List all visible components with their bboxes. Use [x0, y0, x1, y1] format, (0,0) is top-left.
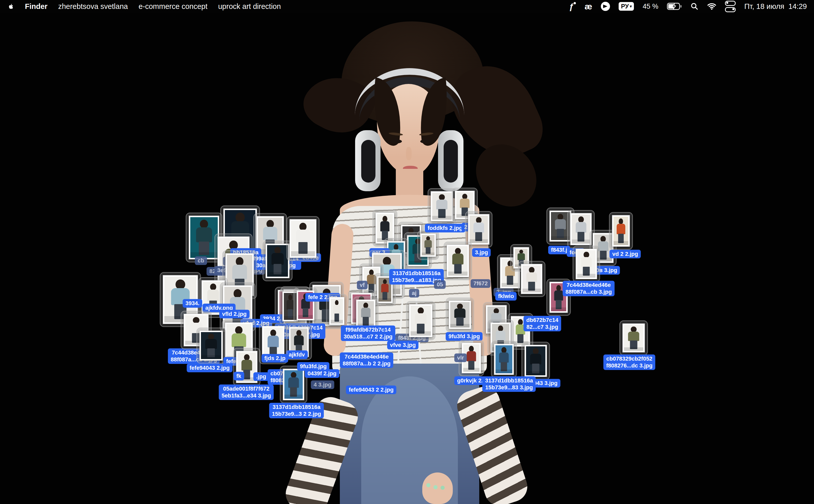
person-legs: [273, 264, 281, 274]
person-legs: [207, 348, 215, 357]
person-head: [266, 220, 274, 228]
control-center-icon[interactable]: [725, 1, 736, 12]
person-legs: [556, 300, 562, 309]
telegram-icon[interactable]: [601, 2, 610, 11]
thumbnail-photo: [450, 302, 470, 328]
person-torso: [267, 336, 279, 348]
file-icon[interactable]: [406, 301, 436, 340]
desktop: cb9cb8276...adbb18516a3e983 2.jpgpgf99af…: [0, 0, 814, 504]
battery-charging-icon[interactable]: [667, 3, 682, 10]
file-label[interactable]: db672b7c14 82...c7 3.jpg: [524, 316, 561, 331]
file-icon[interactable]: [326, 294, 347, 328]
file-label[interactable]: fefe94043 2.jpg: [187, 364, 232, 372]
thumbnail-photo: [411, 306, 431, 336]
person-torso: [196, 227, 212, 242]
file-label[interactable]: vf: [357, 281, 367, 289]
person-legs: [290, 387, 297, 397]
file-label[interactable]: fk: [233, 372, 244, 380]
menu-item-3[interactable]: uprock art direction: [218, 2, 281, 11]
menu-item-1[interactable]: zherebtsova svetlana: [58, 2, 128, 11]
file-label[interactable]: foddkfs 2.jpg: [425, 224, 465, 232]
squiggle-app-icon[interactable]: ƒ: [569, 2, 576, 11]
file-label[interactable]: .jpg: [253, 372, 269, 381]
file-label[interactable]: 7f672: [471, 279, 491, 288]
person-head: [296, 330, 301, 336]
person-head: [193, 317, 199, 323]
person-head: [208, 334, 214, 339]
file-label[interactable]: 05ade001f8f7f672 5eb1fa3...e34 3.jpg: [219, 384, 274, 400]
file-label[interactable]: 9fu3fd.jpg: [297, 362, 329, 371]
person-head: [601, 236, 606, 242]
file-icon[interactable]: [518, 261, 545, 297]
file-icon[interactable]: [573, 246, 600, 282]
menu-item-2[interactable]: e-commerce concept: [139, 2, 207, 11]
person-head: [462, 194, 467, 199]
menu-bar-clock[interactable]: Пт, 18 июля 14:29: [744, 2, 807, 11]
person-legs: [334, 314, 339, 322]
file-icon[interactable]: [196, 328, 226, 364]
spotlight-search-icon[interactable]: [690, 2, 699, 10]
file-icon[interactable]: [522, 342, 550, 380]
file-label[interactable]: vfve 3.jpg: [387, 341, 419, 349]
person-torso: [294, 335, 304, 345]
file-label[interactable]: 3934.: [183, 299, 202, 308]
file-label[interactable]: vlr: [454, 353, 467, 362]
file-label[interactable]: vd 2 2.jpg: [610, 250, 641, 258]
file-label[interactable]: fjds 2.jp: [261, 354, 288, 363]
person-head: [335, 300, 338, 305]
person-legs: [501, 362, 507, 371]
file-label[interactable]: cb: [195, 256, 207, 265]
person-legs: [438, 209, 446, 218]
chevron-down-icon: ▾: [630, 4, 632, 9]
thumbnail-frame: [447, 245, 469, 277]
person-torso: [232, 333, 246, 347]
file-label[interactable]: 3137d1dbb18516a 15b73e9...83 3.jpg: [482, 376, 536, 392]
file-label[interactable]: 3137d1dbb18516a 15b73e9...3 2 2.jpg: [269, 403, 324, 418]
thumbnail-photo: [331, 299, 343, 323]
file-label[interactable]: fklwio: [495, 292, 517, 301]
thumbnail-photo: [496, 345, 512, 373]
file-label[interactable]: 3.jpg: [472, 248, 491, 257]
person-torso: [381, 284, 389, 293]
file-icon[interactable]: [417, 230, 439, 260]
person-head: [363, 303, 368, 308]
file-label[interactable]: f99afdb672b7c14 30a518...c7 2 2.jpg: [341, 325, 395, 341]
person-torso: [296, 230, 310, 243]
file-icon[interactable]: [286, 216, 319, 261]
file-label[interactable]: 9fu3fd 3.jpg: [446, 332, 483, 341]
file-label[interactable]: vfld 2.jpg: [219, 310, 249, 318]
thumbnail-frame: [612, 215, 630, 247]
file-label[interactable]: 4 3.jpg: [311, 380, 334, 389]
person-head: [369, 270, 374, 275]
file-label[interactable]: ajkfdv: [286, 350, 308, 359]
apple-menu-icon[interactable]: [8, 3, 14, 10]
file-label[interactable]: aj: [409, 289, 419, 298]
person-head: [235, 213, 245, 222]
file-icon[interactable]: [619, 320, 648, 355]
person-torso: [425, 240, 432, 248]
file-label[interactable]: fefe94043 2 2.jpg: [346, 386, 396, 394]
person-legs: [600, 251, 607, 260]
file-label[interactable]: 7c44d38e4ed46e 88f087a...cb 3.jpg: [563, 281, 615, 296]
file-icon[interactable]: [280, 366, 307, 403]
file-icon[interactable]: [491, 341, 517, 378]
file-label[interactable]: 05: [434, 280, 446, 289]
person-head: [394, 244, 398, 250]
wifi-icon[interactable]: [707, 3, 716, 10]
person-torso: [530, 354, 541, 364]
input-language-badge[interactable]: РУ▾: [619, 2, 634, 11]
file-icon[interactable]: [609, 212, 633, 250]
file-icon[interactable]: [446, 298, 474, 332]
file-label[interactable]: 7c44d38e4ed46e 88f087a...b 2 2.jpg: [340, 352, 393, 368]
ae-app-icon[interactable]: æ: [585, 2, 592, 11]
person-head: [233, 289, 241, 298]
person-head: [556, 285, 561, 291]
file-icon[interactable]: [444, 242, 472, 280]
thumbnail-frame: [420, 233, 436, 257]
file-label[interactable]: cb078329cb2f052 f808276...dc 3.jpg: [603, 354, 655, 370]
person-torso: [581, 257, 592, 267]
person-torso: [496, 331, 506, 341]
person-torso: [361, 308, 370, 317]
app-menu-finder[interactable]: Finder: [25, 2, 48, 11]
person-head: [200, 220, 208, 228]
